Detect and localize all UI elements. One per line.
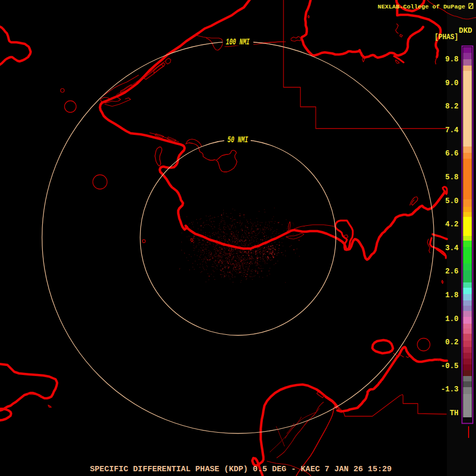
- svg-text:DKD: DKD: [459, 26, 472, 35]
- svg-text:-0.5: -0.5: [441, 362, 459, 370]
- svg-text:4.2: 4.2: [445, 220, 459, 228]
- svg-text:TH: TH: [450, 409, 459, 417]
- svg-text:9.0: 9.0: [445, 79, 459, 87]
- svg-text:100 NMI: 100 NMI: [226, 37, 250, 47]
- svg-text:SPECIFIC DIFFERENTIAL PHASE (K: SPECIFIC DIFFERENTIAL PHASE (KDP) 0.5 DE…: [90, 464, 392, 474]
- svg-text:3.4: 3.4: [445, 244, 459, 252]
- svg-text:5.0: 5.0: [445, 197, 459, 205]
- svg-text:50 NMI: 50 NMI: [227, 135, 248, 145]
- svg-text:0.2: 0.2: [445, 338, 459, 346]
- svg-text:5.8: 5.8: [445, 173, 459, 181]
- svg-text:-1.3: -1.3: [441, 385, 459, 393]
- svg-text:7.4: 7.4: [445, 126, 459, 134]
- svg-text:8.2: 8.2: [445, 102, 459, 111]
- svg-text:1.0: 1.0: [445, 315, 459, 323]
- svg-text:2.6: 2.6: [445, 267, 459, 276]
- svg-text:[PHAS]: [PHAS]: [435, 33, 459, 42]
- svg-text:1.8: 1.8: [445, 291, 459, 299]
- svg-text:NEXLAB-College of DuPage: NEXLAB-College of DuPage: [378, 3, 465, 10]
- svg-text:6.6: 6.6: [445, 149, 459, 158]
- svg-text:9.8: 9.8: [445, 55, 459, 63]
